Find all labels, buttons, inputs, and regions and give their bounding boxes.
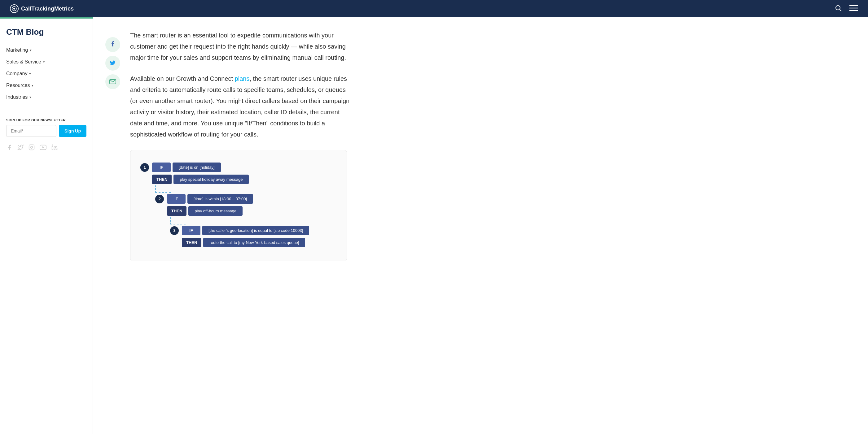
nav-right-controls [835, 4, 858, 13]
rule-content: route the call to [my New York-based sal… [203, 238, 305, 247]
youtube-follow-icon[interactable] [40, 144, 46, 152]
sidebar-item-label: Company [6, 71, 27, 76]
top-navigation: CallTrackingMetrics [0, 0, 868, 17]
article-paragraph-2: Available on our Growth and Connect plan… [130, 73, 353, 140]
chevron-down-icon: ▾ [30, 48, 32, 52]
rule-block: THEN play off-hours message [167, 206, 243, 216]
sidebar-item-label: Industries [6, 94, 28, 100]
rule-content: [time] is within [18:00 – 07:00] [187, 194, 253, 204]
linkedin-follow-icon[interactable] [52, 144, 58, 152]
then-label: THEN [152, 175, 172, 184]
diagram-row-then-2: THEN play off-hours message [167, 206, 337, 216]
article-paragraph-1: The smart router is an essential tool to… [130, 30, 353, 63]
if-label: IF [167, 194, 186, 204]
if-label: IF [152, 163, 171, 172]
svg-point-1 [836, 6, 840, 10]
blog-title: CTM Blog [6, 27, 86, 37]
step-number-2: 2 [155, 195, 164, 203]
svg-marker-9 [42, 146, 44, 148]
rule-content: play special holiday away message [174, 175, 249, 184]
sidebar-item-label: Resources [6, 82, 30, 88]
reading-progress-bar [0, 17, 93, 19]
plans-link[interactable]: plans [235, 75, 250, 82]
sidebar-item-resources[interactable]: Resources ▾ [6, 79, 86, 91]
sidebar-item-label: Marketing [6, 47, 28, 53]
diagram-row-then-1: THEN play special holiday away message [152, 175, 337, 184]
step-number-3: 3 [170, 226, 179, 235]
newsletter-section: SIGN UP FOR OUR NEWSLETTER Sign Up [6, 118, 86, 137]
then-label: THEN [167, 206, 186, 216]
social-follow-section [6, 144, 86, 152]
rule-block: IF [the caller's geo-location] is equal … [182, 226, 309, 235]
smart-router-diagram: 1 IF [date] is on [holiday] THEN play sp… [130, 150, 347, 261]
hamburger-menu-icon[interactable] [849, 4, 858, 13]
diagram-row-if-1: 1 IF [date] is on [holiday] [140, 163, 337, 172]
twitter-share-button[interactable] [105, 56, 120, 71]
instagram-follow-icon[interactable] [29, 144, 35, 152]
svg-rect-10 [52, 147, 53, 150]
facebook-follow-icon[interactable] [6, 144, 12, 152]
rule-content: [date] is on [holiday] [173, 163, 221, 172]
diagram-row-if-2: 2 IF [time] is within [18:00 – 07:00] [155, 194, 337, 204]
sidebar-divider [6, 108, 86, 108]
social-share-section [105, 37, 120, 89]
email-field[interactable] [6, 125, 56, 137]
sidebar-item-sales-service[interactable]: Sales & Service ▾ [6, 56, 86, 68]
sidebar-navigation: Marketing ▾ Sales & Service ▾ Company ▾ … [6, 44, 86, 103]
if-label: IF [182, 226, 200, 235]
chevron-down-icon: ▾ [32, 84, 33, 88]
rule-content: [the caller's geo-location] is equal to … [202, 226, 309, 235]
facebook-share-button[interactable] [105, 37, 120, 52]
rule-block: IF [date] is on [holiday] [152, 163, 221, 172]
sign-up-button[interactable]: Sign Up [59, 125, 86, 137]
rule-content: play off-hours message [188, 206, 243, 216]
step-number-1: 1 [140, 163, 149, 172]
twitter-follow-icon[interactable] [17, 144, 24, 152]
sidebar-item-industries[interactable]: Industries ▾ [6, 91, 86, 103]
svg-line-2 [840, 10, 841, 11]
sidebar-item-label: Sales & Service [6, 59, 41, 65]
sidebar-item-marketing[interactable]: Marketing ▾ [6, 44, 86, 56]
rule-block: IF [time] is within [18:00 – 07:00] [167, 194, 253, 204]
logo-icon [10, 4, 19, 13]
chevron-down-icon: ▾ [43, 60, 45, 64]
diagram-step-2: 2 IF [time] is within [18:00 – 07:00] TH… [155, 194, 337, 216]
rule-block: THEN route the call to [my New York-base… [182, 238, 305, 247]
logo-text: CallTrackingMetrics [21, 6, 74, 12]
then-label: THEN [182, 238, 202, 247]
chevron-down-icon: ▾ [29, 72, 31, 76]
rule-block: THEN play special holiday away message [152, 175, 249, 184]
sidebar-item-company[interactable]: Company ▾ [6, 68, 86, 79]
svg-rect-6 [29, 145, 34, 150]
chevron-down-icon: ▾ [29, 95, 31, 99]
diagram-row-if-3: 3 IF [the caller's geo-location] is equa… [170, 226, 337, 235]
site-logo[interactable]: CallTrackingMetrics [10, 4, 74, 13]
diagram-step-1: 1 IF [date] is on [holiday] THEN play sp… [140, 163, 337, 184]
diagram-row-then-3: THEN route the call to [my New York-base… [182, 238, 337, 247]
newsletter-label: SIGN UP FOR OUR NEWSLETTER [6, 118, 86, 122]
diagram-step-3: 3 IF [the caller's geo-location] is equa… [170, 226, 337, 247]
sidebar: CTM Blog Marketing ▾ Sales & Service ▾ C… [0, 17, 93, 434]
email-share-button[interactable] [105, 74, 120, 89]
newsletter-form: Sign Up [6, 125, 86, 137]
search-icon[interactable] [835, 4, 842, 13]
main-content: The smart router is an essential tool to… [93, 17, 372, 434]
svg-point-11 [52, 145, 53, 146]
